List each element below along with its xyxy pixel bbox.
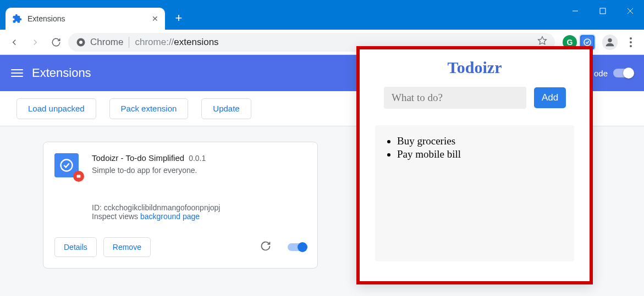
window-titlebar: Extensions ✕ + <box>0 0 644 30</box>
omnibox-prefix: Chrome <box>90 37 123 48</box>
todo-input[interactable] <box>384 87 526 109</box>
reload-button[interactable] <box>47 33 65 51</box>
extension-id: ID: cckchogikclibildnmangofoonpnjopj <box>92 203 306 212</box>
load-unpacked-button[interactable]: Load unpacked <box>16 98 96 119</box>
profile-avatar[interactable] <box>602 35 618 50</box>
extension-name: Todoizr - To-do Simplified 0.0.1 <box>92 153 306 163</box>
window-controls <box>562 0 644 30</box>
list-item: Pay mobile bill <box>397 148 569 160</box>
extension-card-icon <box>54 153 81 180</box>
close-window-button[interactable] <box>617 0 644 22</box>
remove-button[interactable]: Remove <box>103 237 151 257</box>
maximize-button[interactable] <box>589 0 617 22</box>
close-tab-icon[interactable]: ✕ <box>152 14 158 23</box>
minimize-button[interactable] <box>562 0 589 22</box>
omnibox-divider <box>129 37 129 48</box>
developer-mode-toggle[interactable] <box>613 69 633 77</box>
svg-point-8 <box>608 38 612 42</box>
svg-point-9 <box>61 160 73 171</box>
extension-version: 0.0.1 <box>189 154 206 163</box>
forward-button <box>26 33 44 51</box>
extension-card: Todoizr - To-do Simplified 0.0.1 Simple … <box>43 142 318 269</box>
svg-point-5 <box>79 41 82 44</box>
menu-icon[interactable] <box>11 67 23 79</box>
extension-popup: Todoizr Add Buy groceries Pay mobile bil… <box>356 46 593 284</box>
omnibox-url: chrome://extensions <box>135 37 218 48</box>
background-page-link[interactable]: background page <box>140 212 200 221</box>
inspect-views: Inspect views background page <box>92 212 306 221</box>
puzzle-icon <box>12 14 22 24</box>
browser-tab[interactable]: Extensions ✕ <box>5 8 165 30</box>
extension-description: Simple to-do app for everyone. <box>92 166 306 175</box>
todo-list: Buy groceries Pay mobile bill <box>375 125 574 261</box>
add-button[interactable]: Add <box>534 87 566 108</box>
svg-marker-6 <box>538 37 547 44</box>
developer-mode-label: ode <box>594 69 608 78</box>
new-tab-button[interactable]: + <box>170 10 187 26</box>
back-button[interactable] <box>5 33 23 51</box>
reload-extension-icon[interactable] <box>260 241 271 254</box>
extension-enable-toggle[interactable] <box>288 243 306 251</box>
page-title: Extensions <box>32 66 91 80</box>
tab-title: Extensions <box>27 14 65 23</box>
chrome-chip: Chrome <box>76 37 123 48</box>
update-button[interactable]: Update <box>201 98 251 119</box>
chrome-menu-button[interactable] <box>623 37 639 47</box>
dev-badge-icon <box>73 171 84 182</box>
pack-extension-button[interactable]: Pack extension <box>109 98 189 119</box>
tab-strip: Extensions ✕ + <box>0 0 187 30</box>
popup-title: Todoizr <box>371 58 579 77</box>
svg-rect-1 <box>600 8 606 14</box>
chrome-icon <box>76 37 86 47</box>
details-button[interactable]: Details <box>54 237 97 257</box>
svg-point-11 <box>78 176 80 177</box>
list-item: Buy groceries <box>397 135 569 147</box>
developer-mode-control: ode <box>594 69 633 78</box>
